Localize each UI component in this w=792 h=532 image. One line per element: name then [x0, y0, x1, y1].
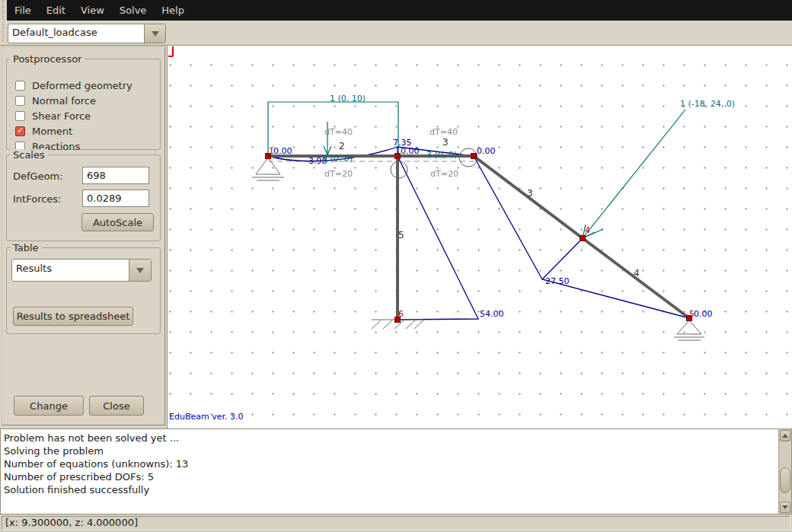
menu-bar: File Edit View Solve Help	[0, 0, 792, 21]
node-number: 1	[269, 146, 274, 156]
moment-value-label: 0.00	[694, 309, 713, 319]
postprocessor-group: Postprocessor Deformed geometry Normal f…	[6, 59, 161, 150]
load-shape	[583, 110, 685, 238]
support-icon	[406, 320, 415, 329]
node-number: 4	[585, 225, 590, 235]
postprocessor-group-title: Postprocessor	[10, 53, 85, 65]
scales-group: Scales DefGeom: 698 IntForces: 0.0289 Au…	[6, 155, 161, 241]
member-number: 4	[634, 268, 640, 279]
log-scrollbar[interactable]	[778, 429, 791, 514]
moment-value-label: 27.50	[545, 276, 570, 286]
member-number: 3	[442, 137, 449, 148]
node-marker	[471, 154, 477, 159]
menu-solve[interactable]: Solve	[112, 0, 155, 21]
scroll-up-button[interactable]	[780, 430, 790, 441]
loadcase-value: Default_loadcase	[8, 24, 144, 43]
thermal-load-label: dT=40	[324, 127, 353, 137]
log-line: Problem has not been solved yet ...	[1, 432, 791, 444]
scrollbar-thumb[interactable]	[780, 467, 790, 493]
moment-diagram-path	[542, 238, 583, 279]
moment-value-label: 0.00	[477, 146, 496, 156]
node-marker	[580, 236, 586, 241]
checkbox-moment[interactable]: Moment	[15, 125, 72, 137]
checkbox-icon	[15, 96, 25, 106]
status-bar: [x: 9.300000, z: 4.000000]	[0, 514, 792, 532]
postprocessor-panel: Postprocessor Deformed geometry Normal f…	[0, 46, 168, 428]
chevron-down-icon	[152, 31, 159, 37]
load-label: 1 (-18, 24, 0)	[680, 99, 735, 109]
moment-value-label: 54.00	[480, 309, 504, 319]
support-icon	[383, 320, 392, 329]
autoscale-button[interactable]: AutoScale	[81, 213, 154, 231]
toolbar-grip-handle[interactable]	[2, 22, 5, 43]
menu-file[interactable]: File	[7, 0, 39, 21]
thermal-load-label: dT=40	[430, 127, 458, 137]
support-icon	[256, 158, 280, 174]
checkbox-label: Moment	[32, 126, 72, 137]
table-group: Table Results Results to spreadsheet	[6, 247, 161, 334]
node-number: 6	[398, 309, 404, 319]
toolbar: Default_loadcase	[0, 21, 792, 46]
node-number: 5	[689, 309, 695, 319]
load-label: 3 (0, 0)	[426, 150, 457, 160]
results-selected-value: Results	[12, 260, 129, 281]
moment-value-label: 0.00	[273, 146, 292, 156]
member-number: 2	[339, 141, 345, 151]
defgeom-input[interactable]: 698	[82, 167, 149, 184]
moment-diagram-path	[398, 156, 478, 320]
log-line: Solving the problem	[1, 444, 791, 457]
load-label: 2 (0, 0)	[322, 154, 353, 164]
checkbox-icon	[15, 126, 25, 136]
log-line: Number of prescribed DOFs: 5	[1, 470, 791, 483]
checkbox-label: Normal force	[32, 95, 96, 107]
node-marker	[395, 154, 401, 159]
intforces-input[interactable]: 0.0289	[82, 190, 149, 207]
thermal-load-label: dT=20	[324, 169, 353, 179]
message-log[interactable]: Problem has not been solved yet ... Solv…	[0, 428, 792, 514]
arrow-down-icon	[782, 505, 788, 509]
cursor-coordinates: [x: 9.300000, z: 4.000000]	[2, 516, 790, 530]
checkbox-shear-force[interactable]: Shear Force	[15, 110, 91, 122]
close-button[interactable]: Close	[89, 396, 144, 416]
intforces-label: IntForces:	[13, 193, 62, 205]
table-group-title: Table	[10, 242, 42, 253]
support-icon	[372, 320, 381, 329]
thermal-load-label: dT=20	[430, 169, 458, 179]
results-dropdown-button[interactable]	[129, 260, 151, 281]
model-canvas[interactable]: 233450.003.987.350.000.0027.5054.000.001…	[168, 46, 792, 428]
checkbox-deformed-geometry[interactable]: Deformed geometry	[15, 79, 133, 91]
loadcase-dropdown-button[interactable]	[144, 24, 165, 43]
log-line: Number of equations (unknowns): 13	[1, 457, 791, 470]
checkbox-label: Deformed geometry	[32, 80, 133, 91]
member-number: 3	[527, 188, 533, 199]
menu-help[interactable]: Help	[154, 0, 192, 21]
edubeam-window: File Edit View Solve Help Default_loadca…	[0, 0, 792, 532]
chevron-down-icon	[136, 268, 144, 273]
menubar-grip-handle[interactable]	[0, 0, 7, 21]
checkbox-label: Shear Force	[32, 110, 91, 122]
menu-view[interactable]: View	[73, 0, 112, 21]
checkbox-normal-force[interactable]: Normal force	[15, 94, 96, 107]
menu-edit[interactable]: Edit	[39, 0, 73, 21]
arrow-up-icon	[782, 434, 788, 438]
checkbox-icon	[15, 81, 25, 91]
loadcase-select[interactable]: Default_loadcase	[8, 24, 166, 43]
scales-group-title: Scales	[10, 149, 48, 161]
moment-value-label: 0.00	[401, 146, 420, 156]
support-icon	[677, 320, 701, 334]
load-label: 1 (0, 10)	[330, 94, 366, 104]
edubeam-version-label: EduBeam ver. 3.0	[169, 412, 243, 422]
results-select[interactable]: Results	[11, 259, 152, 282]
checkbox-icon	[15, 111, 25, 121]
log-line: Solution finished successfully	[1, 483, 791, 496]
results-to-spreadsheet-button[interactable]: Results to spreadsheet	[13, 307, 133, 326]
structure-svg: 233450.003.987.350.000.0027.5054.000.001…	[168, 46, 792, 428]
defgeom-label: DefGeom:	[13, 170, 63, 182]
scroll-down-button[interactable]	[780, 502, 790, 513]
change-button[interactable]: Change	[14, 396, 84, 416]
support-icon	[414, 320, 423, 329]
member-number: 5	[398, 230, 404, 241]
